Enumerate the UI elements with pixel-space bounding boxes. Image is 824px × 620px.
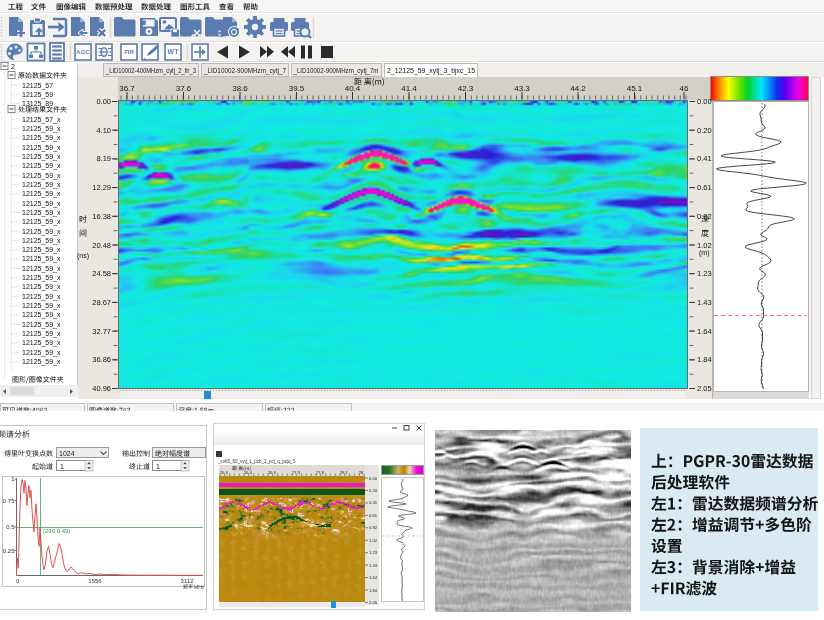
- svg-text:28.1: 28.1: [340, 470, 349, 475]
- svg-text:1.84: 1.84: [369, 588, 378, 593]
- svg-text:28: 28: [359, 470, 364, 475]
- svg-text:0.75: 0.75: [3, 498, 15, 504]
- svg-text:1.84: 1.84: [697, 355, 712, 364]
- svg-text:0.61: 0.61: [369, 513, 378, 518]
- svg-text:44.2: 44.2: [570, 84, 586, 93]
- svg-text:12125_59_x: 12125_59_x: [22, 293, 61, 301]
- svg-text:12125_59_x: 12125_59_x: [22, 311, 61, 319]
- svg-text:12125_59_x: 12125_59_x: [22, 274, 61, 282]
- svg-text:12.29: 12.29: [92, 183, 111, 192]
- svg-text:37.6: 37.6: [176, 84, 192, 93]
- svg-text:46: 46: [680, 84, 689, 93]
- svg-text:26.4: 26.4: [244, 470, 253, 475]
- svg-text:(m): (m): [699, 249, 710, 257]
- svg-text:38.6: 38.6: [232, 84, 248, 93]
- svg-text:1024: 1024: [59, 450, 75, 457]
- svg-text:39.5: 39.5: [289, 84, 305, 93]
- svg-text:_LID10002-900MHzm_cytj_7m: _LID10002-900MHzm_cytj_7m: [293, 67, 379, 75]
- svg-text:12125_59_x: 12125_59_x: [22, 265, 61, 273]
- svg-text:12125_59_x: 12125_59_x: [22, 255, 61, 263]
- svg-text:1.43: 1.43: [697, 298, 712, 307]
- svg-text:8.19: 8.19: [96, 154, 111, 163]
- svg-text:1.64: 1.64: [697, 327, 712, 336]
- svg-text:24.58: 24.58: [92, 269, 111, 278]
- svg-text:0.41: 0.41: [697, 154, 712, 163]
- svg-text:0.82: 0.82: [369, 525, 378, 530]
- svg-text:12125_59_x: 12125_59_x: [22, 218, 61, 226]
- svg-text:FIR: FIR: [124, 49, 134, 55]
- svg-text:12125_59_x: 12125_59_x: [22, 228, 61, 236]
- svg-text:2: 2: [11, 63, 15, 70]
- svg-text:1: 1: [156, 463, 160, 470]
- svg-text:2.05: 2.05: [697, 384, 712, 393]
- svg-text:12125_59_x: 12125_59_x: [22, 283, 61, 291]
- svg-text:28.67: 28.67: [92, 298, 111, 307]
- svg-text:(ns): (ns): [77, 252, 89, 260]
- svg-text:WT: WT: [168, 48, 180, 55]
- svg-text:12125_57_x: 12125_57_x: [22, 116, 61, 124]
- svg-text:0.25: 0.25: [3, 548, 15, 554]
- svg-text:4.10: 4.10: [96, 126, 111, 135]
- svg-text:1.02: 1.02: [369, 538, 378, 543]
- svg-text:1.64: 1.64: [369, 575, 378, 580]
- svg-text:0.00: 0.00: [369, 476, 378, 481]
- svg-text:12125_59_x: 12125_59_x: [22, 237, 61, 245]
- svg-text:12125_59_x: 12125_59_x: [22, 190, 61, 198]
- svg-text:40.4: 40.4: [345, 84, 361, 93]
- svg-text:26.9: 26.9: [268, 470, 277, 475]
- svg-text:12125_59_x: 12125_59_x: [22, 302, 61, 310]
- svg-text:(290,0.49): (290,0.49): [43, 528, 70, 534]
- svg-text:MHz: MHz: [194, 584, 205, 590]
- svg-text:27.8: 27.8: [316, 470, 325, 475]
- svg-text:12125_59_x: 12125_59_x: [22, 330, 61, 338]
- svg-text:0.00: 0.00: [96, 97, 111, 106]
- svg-text:0.20: 0.20: [369, 488, 378, 493]
- svg-text:27.3: 27.3: [292, 470, 301, 475]
- svg-text:12125_59_x: 12125_59_x: [22, 153, 61, 161]
- svg-text:12125_59: 12125_59: [22, 91, 53, 99]
- svg-text:1: 1: [60, 463, 64, 470]
- svg-text:12125_59_x: 12125_59_x: [22, 125, 61, 133]
- svg-text:42.3: 42.3: [458, 84, 474, 93]
- svg-text:0.41: 0.41: [369, 500, 378, 505]
- svg-text:20.48: 20.48: [92, 241, 111, 250]
- svg-text:40.96: 40.96: [92, 384, 111, 393]
- svg-text:12125_59_x: 12125_59_x: [22, 349, 61, 357]
- svg-text:36.86: 36.86: [92, 355, 111, 364]
- svg-text:12125_59_x: 12125_59_x: [22, 134, 61, 142]
- svg-text:12125_59_x: 12125_59_x: [22, 162, 61, 170]
- svg-text:12125_59_x: 12125_59_x: [22, 358, 61, 366]
- svg-text:12125_59_x: 12125_59_x: [22, 246, 61, 254]
- svg-text:3112: 3112: [181, 578, 195, 584]
- svg-text:1.23: 1.23: [369, 550, 378, 555]
- svg-text:43.3: 43.3: [514, 84, 530, 93]
- svg-text:12125_57: 12125_57: [22, 82, 53, 90]
- svg-text:12125_59_x: 12125_59_x: [22, 172, 61, 180]
- svg-text:12125_59_x: 12125_59_x: [22, 200, 61, 208]
- svg-text:12125_59_x: 12125_59_x: [22, 339, 61, 347]
- svg-text:36.7: 36.7: [119, 84, 135, 93]
- svg-text:1.23: 1.23: [697, 269, 712, 278]
- svg-text:2.05: 2.05: [369, 600, 378, 605]
- svg-text:12125_59_x: 12125_59_x: [22, 209, 61, 217]
- svg-text:12125_59_x: 12125_59_x: [22, 321, 61, 329]
- svg-text:_cvb5_60_xytj_1_pcb_1_pcj_q_pc: _cvb5_60_xytj_1_pcb_1_pcj_q_pcjq_5: [217, 459, 296, 464]
- svg-text:12125_59_x: 12125_59_x: [22, 181, 61, 189]
- svg-text:2_12125_59_xytj_3_bjxc_15: 2_12125_59_xytj_3_bjxc_15: [387, 67, 475, 75]
- svg-text:_LID10002-900MHzm_cytj_7: _LID10002-900MHzm_cytj_7: [203, 67, 286, 75]
- svg-text:12125_59_x: 12125_59_x: [22, 144, 61, 152]
- svg-text:16.38: 16.38: [92, 212, 111, 221]
- svg-text:32.77: 32.77: [92, 327, 111, 336]
- svg-text:41.4: 41.4: [401, 84, 417, 93]
- svg-text:0.20: 0.20: [697, 126, 712, 135]
- svg-text:1.43: 1.43: [369, 563, 378, 568]
- svg-text:1556: 1556: [88, 578, 102, 584]
- svg-text:0.61: 0.61: [697, 183, 712, 192]
- svg-text:0.00: 0.00: [697, 97, 712, 106]
- svg-text:_LID10002-400MHzm_cytj_2_fir_3: _LID10002-400MHzm_cytj_2_fir_3: [105, 67, 196, 75]
- svg-text:0: 0: [16, 578, 20, 584]
- svg-text:26.0: 26.0: [220, 470, 229, 475]
- svg-text:0.5: 0.5: [6, 524, 15, 530]
- svg-text:45.1: 45.1: [627, 84, 643, 93]
- svg-text:AGC: AGC: [76, 49, 90, 55]
